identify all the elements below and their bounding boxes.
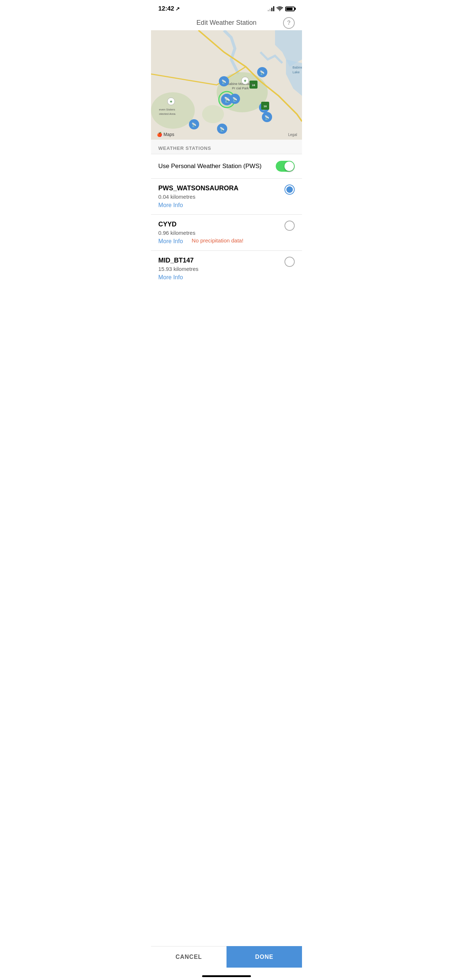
station-distance-2: 0.96 kilometres	[158, 230, 284, 236]
nav-bar: Edit Weather Station ?	[151, 15, 302, 30]
svg-text:🍎 Maps: 🍎 Maps	[157, 132, 174, 137]
no-precip-warning-2: No precipitation data!	[192, 237, 244, 243]
svg-text:+: +	[244, 78, 246, 83]
svg-text:otected Area: otected Area	[159, 112, 175, 116]
page-title: Edit Weather Station	[196, 19, 257, 27]
svg-text:📡: 📡	[224, 97, 231, 103]
station-right-2	[284, 221, 295, 231]
section-header: WEATHER STATIONS	[151, 140, 302, 154]
pws-toggle[interactable]	[276, 161, 295, 172]
status-icons	[268, 6, 295, 11]
station-right-1	[284, 185, 295, 195]
toggle-knob	[284, 162, 294, 171]
wifi-icon	[276, 6, 283, 11]
station-content-2: CYYD 0.96 kilometres More Info No precip…	[158, 221, 284, 245]
station-item: PWS_WATSONSAURORA 0.04 kilometres More I…	[151, 179, 302, 215]
station-content-3: MID_BT147 15.93 kilometres More Info	[158, 257, 284, 281]
svg-text:16: 16	[264, 105, 267, 108]
radio-inner-1	[286, 186, 293, 193]
station-name-3: MID_BT147	[158, 257, 284, 264]
help-button[interactable]: ?	[283, 17, 295, 29]
signal-bars-icon	[268, 6, 274, 11]
station-name-1: PWS_WATSONSAURORA	[158, 185, 284, 192]
map-area[interactable]: 16 16 Babine Mountains Pr cial Park Babi…	[151, 30, 302, 140]
svg-text:📡: 📡	[232, 97, 238, 102]
svg-text:📡: 📡	[222, 79, 226, 84]
pws-toggle-label: Use Personal Weather Station (PWS)	[158, 162, 262, 170]
pws-toggle-row: Use Personal Weather Station (PWS)	[151, 154, 302, 178]
svg-text:📡: 📡	[260, 70, 265, 75]
station-distance-3: 15.93 kilometres	[158, 266, 284, 272]
svg-text:📡: 📡	[265, 115, 270, 120]
battery-icon	[285, 6, 295, 11]
svg-text:Pr   cial Park: Pr cial Park	[232, 86, 249, 90]
station-more-info-2[interactable]: More Info	[158, 238, 183, 245]
station-radio-1[interactable]	[284, 185, 295, 195]
svg-point-3	[202, 105, 224, 123]
svg-text:📡: 📡	[191, 122, 196, 127]
svg-text:📡: 📡	[220, 127, 225, 132]
station-more-info-3[interactable]: More Info	[158, 274, 183, 281]
svg-text:+: +	[170, 99, 172, 104]
svg-text:Legal: Legal	[288, 133, 297, 137]
location-icon: ↗	[175, 6, 180, 12]
svg-text:Lake: Lake	[292, 70, 300, 74]
station-radio-3[interactable]	[284, 257, 295, 267]
svg-text:Babine Mountains: Babine Mountains	[227, 82, 254, 86]
station-more-info-1[interactable]: More Info	[158, 202, 183, 208]
station-radio-2[interactable]	[284, 221, 295, 231]
svg-text:even Sisters: even Sisters	[159, 108, 175, 111]
status-time: 12:42 ↗	[158, 5, 180, 13]
station-distance-1: 0.04 kilometres	[158, 194, 284, 200]
station-item-3: MID_BT147 15.93 kilometres More Info	[151, 251, 302, 286]
station-content-1: PWS_WATSONSAURORA 0.04 kilometres More I…	[158, 185, 284, 208]
station-item-2: CYYD 0.96 kilometres More Info No precip…	[151, 215, 302, 250]
station-right-3	[284, 257, 295, 267]
station-name-2: CYYD	[158, 221, 284, 228]
svg-text:Babine: Babine	[292, 65, 302, 69]
status-bar: 12:42 ↗	[151, 0, 302, 15]
